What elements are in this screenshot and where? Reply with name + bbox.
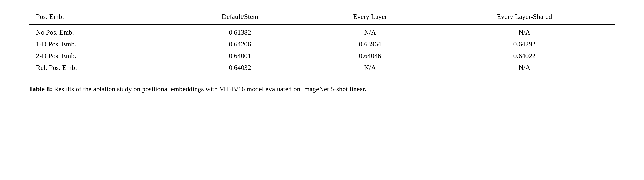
caption-label: Table 8: [28,85,52,93]
cell-3-pos_emb: Rel. Pos. Emb. [28,62,173,74]
cell-2-every_layer_shared: 0.64022 [434,50,616,62]
col-header-pos-emb: Pos. Emb. [28,10,173,24]
cell-1-every_layer: 0.63964 [306,38,434,50]
results-table: Pos. Emb. Default/Stem Every Layer Every… [28,10,616,74]
cell-1-default_stem: 0.64206 [173,38,306,50]
cell-3-every_layer_shared: N/A [434,62,616,74]
cell-3-every_layer: N/A [306,62,434,74]
table-header-row: Pos. Emb. Default/Stem Every Layer Every… [28,10,616,24]
table-row: 2-D Pos. Emb.0.640010.640460.64022 [28,50,616,62]
cell-1-pos_emb: 1-D Pos. Emb. [28,38,173,50]
cell-0-default_stem: 0.61382 [173,24,306,38]
cell-2-default_stem: 0.64001 [173,50,306,62]
cell-0-pos_emb: No Pos. Emb. [28,24,173,38]
table-row: 1-D Pos. Emb.0.642060.639640.64292 [28,38,616,50]
cell-1-every_layer_shared: 0.64292 [434,38,616,50]
table-caption: Table 8: Results of the ablation study o… [28,84,616,94]
caption-text: Results of the ablation study on positio… [52,85,366,93]
table-row: Rel. Pos. Emb.0.64032N/AN/A [28,62,616,74]
table-container: Pos. Emb. Default/Stem Every Layer Every… [28,10,616,74]
col-header-every-layer: Every Layer [306,10,434,24]
table-footer-row [28,74,616,74]
cell-3-default_stem: 0.64032 [173,62,306,74]
cell-0-every_layer_shared: N/A [434,24,616,38]
cell-2-every_layer: 0.64046 [306,50,434,62]
cell-0-every_layer: N/A [306,24,434,38]
cell-2-pos_emb: 2-D Pos. Emb. [28,50,173,62]
col-header-default-stem: Default/Stem [173,10,306,24]
table-row: No Pos. Emb.0.61382N/AN/A [28,24,616,38]
col-header-every-layer-shared: Every Layer-Shared [434,10,616,24]
table-body: No Pos. Emb.0.61382N/AN/A1-D Pos. Emb.0.… [28,24,616,74]
